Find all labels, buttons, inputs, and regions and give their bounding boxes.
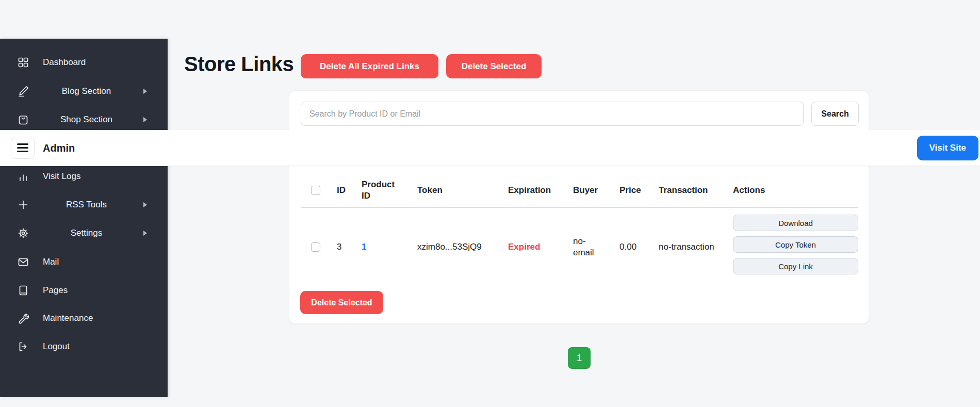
gear-icon: [17, 227, 29, 239]
column-header-actions: Actions: [733, 173, 858, 207]
download-button[interactable]: Download: [733, 215, 858, 231]
row-transaction-cell: no-transaction: [659, 212, 733, 282]
plus-icon: [17, 199, 29, 211]
store-links-card: Search ID Product ID Token Expiration Bu…: [289, 90, 869, 324]
column-header-expiration: Expiration: [508, 173, 573, 207]
visit-site-button[interactable]: Visit Site: [917, 136, 979, 160]
column-header-price: Price: [619, 173, 659, 207]
sidebar-item-shop-section[interactable]: Shop Section: [0, 108, 168, 131]
table-header-divider: [301, 207, 858, 208]
chevron-right-icon: [143, 89, 147, 94]
book-icon: [17, 284, 29, 297]
row-token-cell: xzim8o...53SjQ9: [417, 212, 508, 282]
row-product-id-cell: 1: [362, 212, 417, 282]
page-title: Store Links: [184, 53, 293, 76]
admin-topbar: Admin Visit Site: [0, 130, 980, 166]
search-button[interactable]: Search: [811, 102, 859, 126]
sidebar-item-logout[interactable]: Logout: [0, 335, 168, 358]
expired-badge: Expired: [508, 242, 540, 252]
wrench-icon: [17, 312, 29, 324]
chevron-right-icon: [143, 202, 147, 207]
column-header-token: Token: [417, 173, 508, 207]
select-all-cell: [311, 173, 337, 207]
admin-store-links-page: Store Links Delete All Expired Links Del…: [0, 0, 980, 407]
sidebar-item-pages[interactable]: Pages: [0, 279, 168, 302]
column-header-buyer: Buyer: [573, 173, 619, 207]
product-id-link[interactable]: 1: [362, 242, 366, 252]
sidebar-item-mail[interactable]: Mail: [0, 251, 168, 273]
sidebar: Dashboard Blog Section Shop Section Visi…: [0, 39, 168, 397]
sidebar-item-dashboard[interactable]: Dashboard: [0, 51, 168, 74]
logout-icon: [17, 340, 29, 353]
shopping-bag-icon: [17, 113, 29, 126]
row-checkbox[interactable]: [311, 242, 320, 252]
envelope-icon: [17, 256, 29, 268]
copy-link-button[interactable]: Copy Link: [733, 258, 858, 274]
delete-selected-button-bottom[interactable]: Delete Selected: [300, 291, 383, 314]
row-expiration-cell: Expired: [508, 212, 573, 282]
column-header-transaction: Transaction: [659, 173, 733, 207]
row-select-cell: [311, 212, 337, 282]
grid-icon: [17, 56, 29, 69]
select-all-checkbox[interactable]: [311, 186, 320, 195]
pagination-page-1[interactable]: 1: [568, 347, 591, 369]
sidebar-item-blog-section[interactable]: Blog Section: [0, 80, 168, 103]
bar-chart-icon: [17, 170, 29, 183]
row-actions-cell: Download Copy Token Copy Link: [733, 215, 858, 284]
column-header-id: ID: [337, 173, 362, 207]
sidebar-item-rss-tools[interactable]: RSS Tools: [0, 193, 168, 216]
chevron-right-icon: [143, 231, 147, 236]
pen-icon: [17, 85, 29, 97]
chevron-right-icon: [143, 117, 147, 122]
copy-token-button[interactable]: Copy Token: [733, 236, 858, 253]
delete-selected-button-top[interactable]: Delete Selected: [446, 54, 542, 78]
delete-all-expired-links-button[interactable]: Delete All Expired Links: [301, 54, 438, 78]
sidebar-item-maintenance[interactable]: Maintenance: [0, 307, 168, 330]
sidebar-item-visit-logs[interactable]: Visit Logs: [0, 165, 168, 188]
hamburger-icon: [17, 143, 28, 145]
sidebar-toggle-button[interactable]: [11, 137, 35, 159]
brand-title: Admin: [43, 130, 75, 166]
row-id-cell: 3: [337, 212, 362, 282]
search-input[interactable]: [301, 102, 804, 126]
sidebar-item-settings[interactable]: Settings: [0, 222, 168, 245]
row-buyer-cell: no-email: [573, 212, 619, 282]
column-header-product-id: Product ID: [362, 173, 417, 207]
row-price-cell: 0.00: [619, 212, 659, 282]
